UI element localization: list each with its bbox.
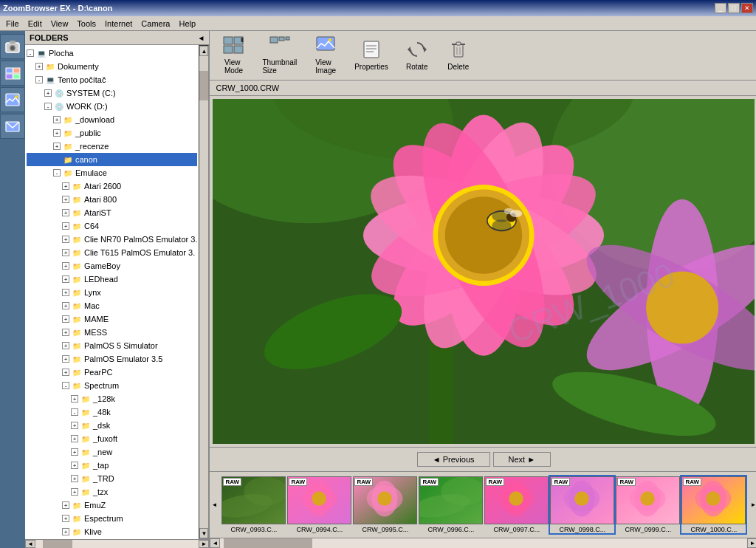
tree-expand-btn[interactable]: + xyxy=(53,116,61,123)
tree-item[interactable]: -📁Spectrum xyxy=(27,379,197,392)
tree-item[interactable]: +📁MAME xyxy=(27,312,197,326)
properties-button[interactable]: Properties xyxy=(349,38,394,73)
tree-item[interactable]: +📁_tap xyxy=(27,459,197,472)
tree-item[interactable]: +📁MESS xyxy=(27,326,197,339)
tree-expand-btn[interactable]: + xyxy=(62,315,69,323)
thumbnail-size-button[interactable]: ThumbnailSize xyxy=(257,34,302,77)
hscroll-left-button[interactable]: ◄ xyxy=(25,540,35,548)
tree-item[interactable]: +📁Atari 2600 xyxy=(27,179,197,193)
tree-expand-btn[interactable]: + xyxy=(62,236,69,243)
tree-item[interactable]: +📁_fuxoft xyxy=(27,432,197,445)
menu-camera[interactable]: Camera xyxy=(137,18,174,29)
menu-tools[interactable]: Tools xyxy=(72,18,100,29)
tree-item[interactable]: +📁C64 xyxy=(27,219,197,233)
tree-expand-btn[interactable]: + xyxy=(62,222,69,230)
tree-item[interactable]: +📁_download xyxy=(27,113,197,126)
thumbnail-item[interactable]: RAW CRW_0999.C... xyxy=(616,476,680,533)
menu-file[interactable]: File xyxy=(1,18,24,29)
folder-collapse-button[interactable]: ◄ xyxy=(198,34,205,42)
tree-expand-btn[interactable]: + xyxy=(71,422,78,429)
tree-item[interactable]: +📁_128k xyxy=(27,392,197,405)
tree-item[interactable]: +📁Klive xyxy=(27,525,197,538)
next-button[interactable]: Next ► xyxy=(493,452,551,467)
tree-item[interactable]: -📁Emulace xyxy=(27,166,197,179)
rotate-button[interactable]: Rotate xyxy=(399,38,435,73)
tree-expand-btn[interactable]: + xyxy=(62,262,69,270)
tree-item[interactable]: +📁_dsk xyxy=(27,419,197,432)
scroll-down-button[interactable]: ▼ xyxy=(199,528,208,538)
tree-expand-btn[interactable]: + xyxy=(53,129,61,137)
tscroll-right[interactable]: ► xyxy=(747,538,756,548)
thumbnail-item[interactable]: RAW CRW_0994.C... xyxy=(287,476,351,533)
tree-expand-btn[interactable]: + xyxy=(53,143,61,150)
tree-expand-btn[interactable]: + xyxy=(71,462,78,469)
menu-help[interactable]: Help xyxy=(174,18,200,29)
tree-item[interactable]: +📁_recenze xyxy=(27,140,197,153)
folder-scrollbar[interactable]: ▲ ▼ xyxy=(199,45,209,539)
tree-expand-btn[interactable]: + xyxy=(62,501,69,509)
tree-expand-btn[interactable]: + xyxy=(62,302,69,309)
tscroll-left[interactable]: ◄ xyxy=(210,538,220,548)
tree-expand-btn[interactable]: + xyxy=(62,369,69,376)
close-button[interactable]: ✕ xyxy=(741,3,753,13)
tree-item[interactable]: +📁Lynx xyxy=(27,286,197,299)
tree-expand-btn[interactable]: - xyxy=(62,382,69,389)
tree-item[interactable]: +📁PalmOS 5 Simulator xyxy=(27,339,197,352)
tree-item[interactable]: -📁_48k xyxy=(27,405,197,419)
tree-item[interactable]: +📁Clie T615 PalmOS Emulator 3. xyxy=(27,246,197,259)
thumbnail-item[interactable]: RAW CRW_0993.C... xyxy=(221,476,286,533)
tree-item[interactable]: +📁Mac xyxy=(27,299,197,312)
previous-button[interactable]: ◄ Previous xyxy=(417,452,490,467)
tree-item[interactable]: -💿WORK (D:) xyxy=(27,100,197,113)
tree-expand-btn[interactable]: + xyxy=(71,488,78,496)
camera-icon[interactable] xyxy=(0,34,25,59)
tree-expand-btn[interactable]: + xyxy=(71,395,78,403)
tree-item[interactable]: -💻Tento počítač xyxy=(27,73,197,86)
thumbnail-item[interactable]: RAW CRW_0997.C... xyxy=(484,476,549,533)
delete-button[interactable]: Delete xyxy=(441,38,476,73)
view-image-button[interactable]: ViewImage xyxy=(308,34,343,77)
tree-expand-btn[interactable]: + xyxy=(71,475,78,482)
tree-item[interactable]: +📁_TRD xyxy=(27,472,197,485)
tree-expand-btn[interactable]: - xyxy=(53,169,61,177)
thumb-scroll-left-button[interactable]: ◄ xyxy=(210,472,219,538)
hscroll-thumb[interactable] xyxy=(43,540,72,548)
tree-expand-btn[interactable]: + xyxy=(62,275,69,283)
tree-expand-btn[interactable]: + xyxy=(62,209,69,216)
tree-expand-btn[interactable]: + xyxy=(62,196,69,203)
tree-expand-btn[interactable]: + xyxy=(62,249,69,256)
tree-item[interactable]: +📁PalmOS Emulator 3.5 xyxy=(27,352,197,366)
tree-item[interactable]: +📁GameBoy xyxy=(27,259,197,273)
tree-expand-btn[interactable]: - xyxy=(35,76,43,83)
tree-item[interactable]: +📁LEDhead xyxy=(27,273,197,286)
thumbnail-item[interactable]: RAW CRW_0996.C... xyxy=(419,476,483,533)
hscroll-right-button[interactable]: ► xyxy=(199,540,209,548)
tree-expand-btn[interactable]: + xyxy=(62,182,69,190)
tree-item[interactable]: +💿SYSTEM (C:) xyxy=(27,86,197,100)
scroll-thumb[interactable] xyxy=(199,71,208,100)
tree-item[interactable]: +📁AtariST xyxy=(27,206,197,219)
minimize-button[interactable]: _ xyxy=(715,3,726,13)
tree-item[interactable]: +📁Espectrum xyxy=(27,512,197,525)
thumbnail-item[interactable]: RAW CRW_0998.C... xyxy=(550,476,614,533)
tree-item[interactable]: +📁_public xyxy=(27,126,197,140)
thumbnail-scrollbar[interactable]: ◄ ► xyxy=(210,538,756,548)
tree-item[interactable]: +📁PearPC xyxy=(27,366,197,379)
tree-item[interactable]: +📁Clie NR70 PalmOS Emulator 3. xyxy=(27,233,197,246)
menu-view[interactable]: View xyxy=(47,18,73,29)
tree-expand-btn[interactable]: + xyxy=(44,89,52,97)
tree-item[interactable]: 📁canon xyxy=(27,153,197,166)
tree-expand-btn[interactable]: + xyxy=(62,289,69,296)
thumbnail-item[interactable]: RAW CRW_0995.C... xyxy=(353,476,417,533)
maximize-button[interactable]: □ xyxy=(728,3,740,13)
tree-expand-btn[interactable]: + xyxy=(71,448,78,456)
tree-item[interactable]: +📁Dokumenty xyxy=(27,60,197,73)
image-view-icon[interactable] xyxy=(0,87,25,112)
tree-expand-btn[interactable]: + xyxy=(62,342,69,349)
scroll-up-button[interactable]: ▲ xyxy=(199,46,208,56)
tree-expand-btn[interactable]: + xyxy=(62,329,69,336)
tree-item[interactable]: +📁Atari 800 xyxy=(27,193,197,206)
menu-edit[interactable]: Edit xyxy=(24,18,47,29)
tree-item[interactable]: +📁_tzx xyxy=(27,485,197,499)
folder-horizontal-scrollbar[interactable]: ◄ ► xyxy=(25,539,209,548)
